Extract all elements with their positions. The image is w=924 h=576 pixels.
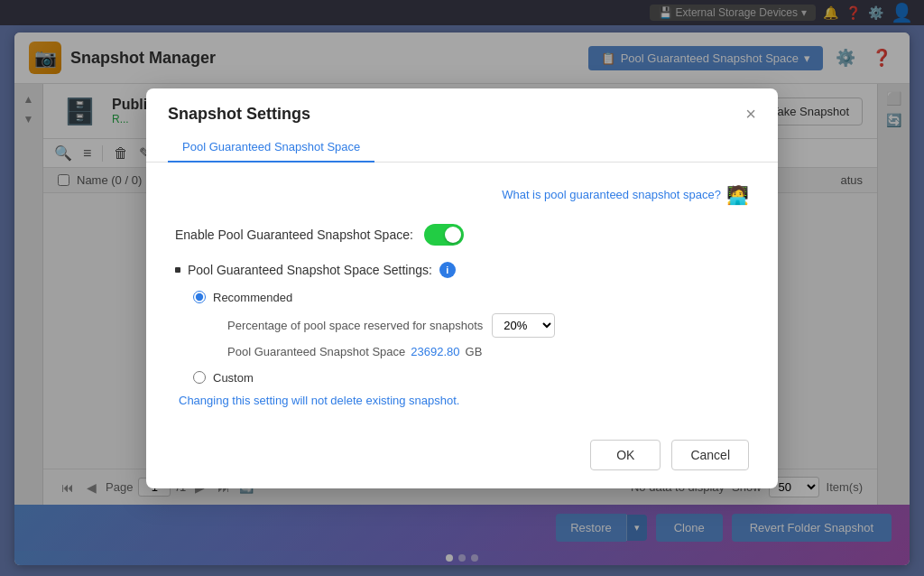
space-value: 23692.80 [411,345,459,358]
modal-cancel-btn[interactable]: Cancel [671,440,749,470]
bullet-icon [175,267,180,273]
modal-header: Snapshot Settings × [146,88,778,124]
pct-select[interactable]: 5% 10% 15% 20% 25% 30% [492,313,555,338]
modal-tabs: Pool Guaranteed Snapshot Space [146,133,778,163]
modal-close-btn[interactable]: × [745,105,756,123]
space-row: Pool Guaranteed Snapshot Space 23692.80 … [227,345,749,358]
modal-title: Snapshot Settings [168,105,310,124]
modal-overlay[interactable]: Snapshot Settings × Pool Guaranteed Snap… [0,0,924,576]
space-unit: GB [466,345,483,358]
modal-body: What is pool guaranteed snapshot space? … [146,163,778,425]
toggle-container [424,224,464,246]
enable-toggle[interactable] [424,224,464,246]
radio-recommended[interactable] [193,291,206,303]
enable-label: Enable Pool Guaranteed Snapshot Space: [175,228,413,242]
radio-custom-row: Custom [193,371,749,385]
toggle-track [424,224,464,246]
info-icon[interactable]: i [439,262,456,278]
radio-group: Recommended Percentage of pool space res… [193,291,749,385]
radio-custom[interactable] [193,371,206,384]
pool-settings-row: Pool Guaranteed Snapshot Space Settings:… [175,262,749,278]
space-label: Pool Guaranteed Snapshot Space [227,345,405,358]
radio-custom-label: Custom [213,371,254,385]
pct-label: Percentage of pool space reserved for sn… [227,319,483,332]
modal-footer: OK Cancel [146,425,778,488]
radio-recommended-row: Recommended [193,291,749,304]
help-link-row: What is pool guaranteed snapshot space? … [175,184,749,206]
modal-ok-btn[interactable]: OK [590,440,661,470]
radio-recommended-label: Recommended [213,291,292,304]
pct-row: Percentage of pool space reserved for sn… [227,313,749,338]
enable-toggle-row: Enable Pool Guaranteed Snapshot Space: [175,224,749,246]
tab-pool-guaranteed[interactable]: Pool Guaranteed Snapshot Space [168,133,374,163]
snapshot-settings-modal: Snapshot Settings × Pool Guaranteed Snap… [146,88,778,488]
pool-settings-label: Pool Guaranteed Snapshot Space Settings: [188,263,432,277]
help-emoji: 🧑‍💻 [726,184,749,206]
toggle-thumb [445,227,461,243]
warning-text: Changing this setting will not delete ex… [179,394,749,407]
help-link[interactable]: What is pool guaranteed snapshot space? [502,188,721,201]
